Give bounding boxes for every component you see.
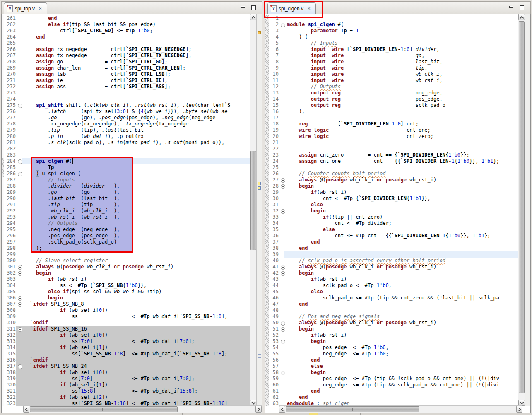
code-line[interactable]: 19 wire logic cnt_one; [265, 127, 518, 133]
code-line[interactable]: 300 // Slave select register [2, 258, 250, 264]
scroll-right-icon[interactable] [255, 406, 262, 413]
code-line[interactable]: 302 begin [2, 270, 250, 276]
code-line[interactable]: 293 .wb_rst_i (wb_rst_i ), [2, 214, 250, 220]
code-line[interactable]: 63endmodule : spi_clgen [265, 401, 518, 406]
code-line[interactable]: 272 assign ass = ctrl[`SPI_CTRL_ASS]; [2, 84, 250, 90]
fold-collapse-icon[interactable] [18, 296, 22, 301]
scroll-down-icon[interactable] [250, 400, 257, 406]
code-line[interactable]: 53 begin [265, 338, 518, 345]
code-line[interactable]: 32 begin [265, 208, 518, 214]
overview-ruler-mark[interactable] [258, 182, 261, 185]
horizontal-scrollbar-thumb[interactable] [286, 406, 419, 412]
code-line[interactable]: 274 [2, 96, 250, 102]
code-line[interactable]: 11 input wire wb_rst_i, [265, 77, 518, 84]
code-line[interactable]: 34 cnt <= #Tp divider; [265, 220, 518, 227]
code-line[interactable]: 276 .latch (spi_tx_sel[3:0] & {4{wb_we_i… [2, 109, 250, 115]
code-line[interactable]: 38 end [265, 245, 518, 251]
code-line[interactable]: 15 output reg sclk_pad_o [265, 102, 518, 109]
code-line[interactable]: 288 .divider (divider ), [2, 183, 250, 189]
horizontal-scrollbar-thumb[interactable] [30, 406, 178, 412]
code-line[interactable]: 46 sclk_pad_o <= #Tp (tip && cnt_zero &&… [265, 295, 518, 301]
overview-ruler[interactable] [525, 14, 530, 406]
code-line[interactable]: 18 reg [`SPI_DIVIDER_LEN-1:0] cnt; [265, 121, 518, 127]
code-line[interactable]: 23 assign cnt_zero = cnt == {`SPI_DIVIDE… [265, 152, 518, 158]
code-line[interactable]: 31 else [265, 202, 518, 208]
fold-collapse-icon[interactable] [281, 271, 285, 276]
code-line[interactable]: 277 .go (go), .pos_edge(pos_edge), .neg_… [2, 115, 250, 121]
code-line[interactable]: 278 .rx_negedge(rx_negedge), .tx_negedge… [2, 121, 250, 127]
scroll-right-icon[interactable] [516, 406, 522, 413]
code-line[interactable]: 279 .tip (tip), .last(last_bit [2, 127, 250, 133]
code-line[interactable]: 54 pos_edge <= #Tp 1'b0; [265, 345, 518, 351]
code-line[interactable]: 316 `endif [2, 357, 250, 363]
code-line[interactable]: 28 begin [265, 183, 518, 189]
code-line[interactable]: 37 end [265, 239, 518, 245]
code-line[interactable]: 52 if(wb_rst_i) [265, 332, 518, 338]
scroll-up-icon[interactable] [250, 14, 257, 20]
code-line[interactable]: 317 `ifdef SPI_SS_NB_24 [2, 363, 250, 369]
code-line[interactable]: 270 assign lsb = ctrl[`SPI_CTRL_LSB]; [2, 71, 250, 77]
code-line[interactable]: 60 neg_edge <= #Tp (tip && sclk_pad_o &&… [265, 382, 518, 388]
code-line[interactable]: 12 // Outputs [265, 84, 518, 90]
fold-collapse-icon[interactable] [281, 327, 285, 332]
fold-collapse-icon[interactable] [281, 321, 285, 326]
fold-collapse-icon[interactable] [281, 371, 285, 375]
code-line[interactable]: 41 always @(posedge wb_clk_i or posedge … [265, 264, 518, 270]
code-line[interactable]: 14 output reg pos_edge, [265, 96, 518, 102]
code-line[interactable]: 24 assign cnt_one = cnt == {{`SPI_DIVIDE… [265, 158, 518, 164]
code-line[interactable]: 305 else if(spi_ss_sel && wb_we_i && !ti… [2, 289, 250, 295]
overview-ruler-mark[interactable] [258, 31, 261, 34]
code-line[interactable]: 309 ss <= #Tp wb_dat_i[`SPI_SS_NB-1:0]; [2, 314, 250, 320]
fold-collapse-icon[interactable] [18, 265, 22, 270]
fold-collapse-icon[interactable] [18, 271, 22, 276]
fold-collapse-icon[interactable] [18, 364, 22, 369]
code-line[interactable]: 320 if (wb_sel_i[1]) [2, 382, 250, 388]
code-line[interactable]: 289 .go (go ), [2, 189, 250, 195]
code-line[interactable]: 49 // Pos and neg edge signals [265, 314, 518, 320]
code-line[interactable]: 48 [265, 307, 518, 314]
code-line[interactable]: 310 `endif [2, 320, 250, 326]
code-line[interactable]: 36 cnt <= #Tp cnt - {{`SPI_DIVIDER_LEN-1… [265, 233, 518, 239]
vertical-scrollbar-thumb[interactable] [519, 21, 525, 393]
code-line[interactable]: 61 end [265, 388, 518, 394]
code-line[interactable]: 22 [265, 146, 518, 152]
code-line[interactable]: 17 [265, 115, 518, 121]
fold-collapse-icon[interactable] [281, 23, 285, 27]
code-line[interactable]: 292 .wb_clk_i (wb_clk_i ), [2, 208, 250, 214]
code-line[interactable]: 301 always @(posedge wb_clk_i or posedge… [2, 264, 250, 270]
code-line[interactable]: 44 sclk_pad_o <= #Tp 1'b0; [265, 282, 518, 289]
code-line[interactable]: 268 assign go = ctrl[`SPI_CTRL_GO]; [2, 59, 250, 65]
code-line[interactable]: 30 cnt <= #Tp {`SPI_DIVIDER_LEN{1'b1}}; [265, 195, 518, 202]
code-line[interactable]: 25 [265, 164, 518, 171]
code-line[interactable]: 286 ) u_spi_clgen ( [2, 171, 250, 177]
code-line[interactable]: 13 output reg neg_edge, [265, 90, 518, 96]
code-line[interactable]: 267 assign tx_negedge = ctrl[`SPI_CTRL_T… [2, 53, 250, 59]
code-line[interactable]: 29 if(wb_rst_i) [265, 189, 518, 195]
code-line[interactable]: 281 .s_clk(sclk_pad_o), .s_in(miso_pad_i… [2, 140, 250, 146]
fold-collapse-icon[interactable] [18, 302, 22, 307]
horizontal-scrollbar[interactable] [23, 405, 262, 413]
horizontal-scrollbar[interactable] [279, 405, 522, 413]
overview-ruler[interactable] [256, 14, 262, 406]
code-line[interactable]: 312 if (wb_sel_i[0]) [2, 332, 250, 338]
code-line[interactable]: 313 ss[7:0] <= #Tp wb_dat_i[7:0]; [2, 338, 250, 345]
vertical-scrollbar[interactable] [518, 14, 525, 406]
code-line[interactable]: 315 ss[`SPI_SS_NB-1:8] <= #Tp wb_dat_i[`… [2, 351, 250, 357]
code-line[interactable]: 314 if (wb_sel_i[1]) [2, 345, 250, 351]
code-line[interactable]: 304 ss <= #Tp {`SPI_SS_NB{1'b0}}; [2, 282, 250, 289]
code-line[interactable]: 10 input wire wb_clk_i, [265, 71, 518, 77]
code-line[interactable]: 4 ) ( [265, 34, 518, 40]
maximize-icon[interactable] [251, 5, 256, 10]
code-line[interactable]: 291 .tip (tip ), [2, 202, 250, 208]
code-line[interactable]: 311 `ifdef SPI_SS_NB_16 [2, 326, 250, 332]
code-line[interactable]: 45 else [265, 289, 518, 295]
code-line[interactable]: 285 Tp [2, 164, 250, 171]
scroll-up-icon[interactable] [518, 14, 525, 20]
code-line[interactable]: 321 ss[15:8] <= #Tp wb_dat_i[15:8]; [2, 388, 250, 394]
overview-ruler-mark[interactable] [258, 357, 261, 358]
code-line[interactable]: 307 `ifdef SPI_SS_NB_8 [2, 301, 250, 307]
overview-ruler-mark[interactable] [258, 186, 261, 190]
code-line[interactable]: 290 .last_bit (last_bit ), [2, 195, 250, 202]
code-line[interactable]: 294 // Outputs [2, 220, 250, 227]
fold-collapse-icon[interactable] [281, 209, 285, 214]
